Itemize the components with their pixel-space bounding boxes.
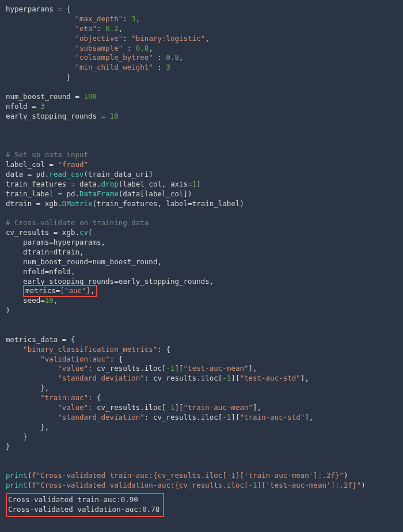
code-line: metrics_data = {: [6, 335, 75, 344]
code-line: nfold = 3: [6, 102, 45, 111]
code-line: params=hyperparams,: [6, 238, 105, 246]
code-line: "validation:auc": {: [6, 355, 123, 363]
code-comment: # Cross-validate on training data: [6, 218, 149, 227]
code-line: "colsample_bytree" : 0.8,: [6, 53, 184, 62]
code-line: num_boost_round = 100: [6, 92, 97, 101]
output-highlight-box: Cross-validated train-auc:0.90 Cross-val…: [6, 493, 164, 517]
code-line: "value": cv_results.iloc[-1]["test-auc-m…: [6, 364, 257, 373]
code-line: train_label = pd.DataFrame(data[label_co…: [6, 189, 192, 198]
code-line: "standard_deviation": cv_results.iloc[-1…: [6, 413, 313, 421]
code-line: }: [6, 73, 71, 81]
code-line: metrics=["auc"],: [6, 286, 97, 295]
code-line: "train:auc": {: [6, 393, 101, 402]
code-line: early_stopping_rounds = 10: [6, 112, 119, 120]
code-block: hyperparams = { "max_depth": 3, "eta": 0…: [6, 5, 397, 491]
code-line: num_boost_round=num_boost_round,: [6, 257, 162, 266]
code-line: "subsample" : 0.8,: [6, 44, 153, 52]
code-comment: # Set up data input: [6, 150, 88, 159]
code-line: },: [6, 383, 49, 392]
code-line: print(f"Cross-validated train-auc:{cv_re…: [6, 471, 348, 480]
code-line: train_features = data.drop(label_col, ax…: [6, 180, 201, 188]
code-line: print(f"Cross-validated validation-auc:{…: [6, 481, 366, 489]
code-line: dtrain = xgb.DMatrix(train_features, lab…: [6, 199, 244, 208]
code-line: nfold=nfold,: [6, 267, 75, 276]
output-line: Cross-validated train-auc:0.90: [8, 495, 138, 504]
code-line: "eta": 0.2,: [6, 24, 123, 33]
code-line: "binary_classification_metrics": {: [6, 345, 170, 354]
code-line: data = pd.read_csv(train_data_uri): [6, 170, 153, 178]
code-line: "value": cv_results.iloc[-1]["train-auc-…: [6, 403, 261, 412]
output-block: Cross-validated train-auc:0.90 Cross-val…: [8, 495, 159, 515]
code-line: },: [6, 423, 49, 431]
code-line: cv_results = xgb.cv(: [6, 228, 93, 237]
code-line: "objective": "binary:logistic",: [6, 34, 210, 43]
code-line: "max_depth": 3,: [6, 14, 140, 23]
output-line: Cross-validated validation-auc:0.78: [8, 505, 159, 514]
code-line: label_col = "fraud": [6, 160, 88, 169]
code-line: }: [6, 432, 28, 441]
code-line: early_stopping_rounds=early_stopping_rou…: [6, 277, 214, 286]
code-line: hyperparams = {: [6, 5, 71, 13]
code-line: seed=10,: [6, 296, 58, 305]
code-line: }: [6, 442, 10, 450]
highlight-metrics: metrics=["auc"],: [23, 285, 97, 297]
code-line: "standard_deviation": cv_results.iloc[-1…: [6, 374, 309, 382]
code-line: ): [6, 306, 10, 314]
code-line: dtrain=dtrain,: [6, 248, 83, 256]
code-line: "min_child_weight" : 3: [6, 63, 170, 71]
